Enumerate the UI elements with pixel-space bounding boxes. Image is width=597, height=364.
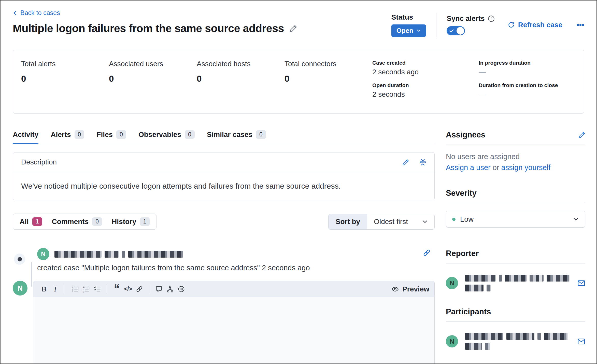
- code-button[interactable]: </>: [122, 284, 134, 295]
- filter-comments[interactable]: Comments 0: [52, 217, 102, 226]
- event-description: created case "Multiple logon failures fr…: [37, 264, 431, 272]
- section-divider: [446, 145, 585, 145]
- tab-count-badge: 0: [75, 130, 84, 139]
- tab-observables[interactable]: Observables 0: [138, 130, 195, 144]
- tab-label: Activity: [13, 131, 38, 139]
- refresh-icon: [508, 22, 515, 28]
- toggle-check-icon: [449, 28, 454, 33]
- or-text: or: [493, 163, 499, 172]
- actions-menu-button[interactable]: [577, 20, 584, 30]
- case-created-event: N created case "Multiple logon failures …: [13, 248, 435, 272]
- osquery-icon: [178, 286, 185, 292]
- severity-low-dot: [452, 218, 456, 221]
- chevron-down-icon: [416, 28, 421, 33]
- back-to-cases-link[interactable]: Back to cases: [13, 9, 60, 17]
- filter-all[interactable]: All 1: [20, 217, 42, 226]
- comment-textarea[interactable]: [33, 297, 434, 364]
- edit-title-pencil-icon[interactable]: [290, 25, 297, 32]
- svg-text:?: ?: [490, 17, 492, 21]
- refresh-case-button[interactable]: Refresh case: [508, 21, 562, 29]
- redacted-participant-name: [465, 333, 577, 350]
- toggle-knob: [457, 27, 464, 35]
- link-icon: [136, 286, 143, 292]
- header-divider: [436, 13, 436, 37]
- quote-icon: “: [114, 286, 120, 292]
- italic-icon: I: [54, 285, 56, 293]
- severity-title: Severity: [446, 189, 477, 198]
- back-link-label: Back to cases: [20, 9, 60, 17]
- stat-value: 0: [197, 74, 285, 84]
- description-panel: Description We've noticed multiple conse…: [13, 152, 435, 200]
- in-progress-duration-label: In progress duration: [479, 60, 576, 66]
- sort-order-select[interactable]: Oldest first: [367, 214, 434, 229]
- assign-yourself-link[interactable]: assign yourself: [501, 163, 550, 172]
- in-progress-duration-value: —: [479, 68, 576, 76]
- case-sidebar: Assignees No users are assigned Assign a…: [446, 130, 585, 364]
- filter-history-label: History: [112, 218, 136, 226]
- tab-files[interactable]: Files 0: [96, 130, 126, 144]
- tab-alerts[interactable]: Alerts 0: [51, 130, 84, 144]
- tab-label: Files: [96, 131, 113, 139]
- filter-history-count-badge: 1: [140, 217, 150, 226]
- code-icon: </>: [124, 286, 132, 292]
- stat-label: Total alerts: [21, 60, 109, 68]
- sync-alerts-block: Sync alerts ?: [447, 15, 494, 35]
- italic-button[interactable]: I: [50, 284, 61, 295]
- chevron-down-icon: [422, 219, 428, 225]
- email-icon[interactable]: [577, 338, 585, 345]
- add-visualization-button[interactable]: [176, 284, 187, 295]
- description-body: We've noticed multiple consecutive logon…: [13, 172, 434, 200]
- edit-assignees-pencil-icon[interactable]: [578, 132, 585, 138]
- status-dropdown-button[interactable]: Open: [391, 24, 426, 37]
- preview-toggle[interactable]: Preview: [392, 285, 429, 293]
- description-title: Description: [21, 158, 57, 166]
- severity-value: Low: [460, 215, 568, 223]
- ordered-list-button[interactable]: 123: [80, 284, 92, 295]
- tab-activity[interactable]: Activity: [13, 130, 38, 144]
- question-circle-icon[interactable]: ?: [488, 15, 495, 22]
- add-timeline-button[interactable]: [164, 284, 176, 295]
- assign-a-user-link[interactable]: Assign a user: [446, 163, 491, 172]
- case-created-value: 2 seconds ago: [372, 68, 479, 76]
- task-list-button[interactable]: [92, 284, 103, 295]
- case-header-left: Back to cases Multiple logon failures fr…: [13, 9, 297, 35]
- tab-label: Alerts: [51, 131, 71, 139]
- activity-filter-row: All 1 Comments 0 History 1 Sort: [13, 214, 435, 230]
- tab-similar-cases[interactable]: Similar cases 0: [207, 130, 266, 144]
- collapse-description-fold-icon[interactable]: [419, 159, 426, 166]
- severity-select[interactable]: Low: [446, 211, 585, 228]
- reporter-section: Reporter N: [446, 249, 585, 291]
- case-created-label: Case created: [372, 60, 479, 66]
- edit-description-pencil-icon[interactable]: [402, 159, 409, 166]
- filter-history[interactable]: History 1: [112, 217, 150, 226]
- editor-toolbar: B I 123 “ </>: [33, 281, 434, 297]
- assignees-title: Assignees: [446, 130, 485, 139]
- open-duration-value: 2 seconds: [372, 90, 479, 99]
- severity-section: Severity Low: [446, 189, 585, 228]
- comment-editor-row: N B I 123 “: [13, 281, 435, 364]
- preview-label: Preview: [402, 285, 429, 293]
- email-icon[interactable]: [577, 279, 585, 287]
- unordered-list-icon: [72, 286, 78, 292]
- sort-control: Sort by Oldest first: [328, 214, 435, 230]
- sync-alerts-toggle[interactable]: [447, 26, 465, 35]
- section-divider: [446, 321, 585, 322]
- stat-total-alerts: Total alerts 0: [21, 60, 109, 105]
- unordered-list-button[interactable]: [69, 284, 80, 295]
- add-comment-button[interactable]: [153, 284, 164, 295]
- filter-all-count-badge: 1: [32, 217, 42, 226]
- stat-associated-users: Associated users 0: [109, 60, 197, 105]
- copy-link-icon[interactable]: [423, 249, 431, 257]
- toolbar-separator: [107, 284, 107, 294]
- reporter-user-row: N: [446, 275, 585, 291]
- chevron-down-icon: [573, 216, 579, 222]
- org-chart-icon: [167, 286, 174, 292]
- bold-button[interactable]: B: [38, 284, 50, 295]
- main-column: Activity Alerts 0 Files 0 Observables 0: [13, 130, 435, 364]
- activity-thread: N created case "Multiple logon failures …: [13, 248, 435, 364]
- status-value: Open: [396, 27, 413, 35]
- reporter-avatar: N: [446, 277, 458, 289]
- quote-button[interactable]: “: [111, 284, 122, 295]
- stat-total-connectors: Total connectors 0: [285, 60, 372, 105]
- insert-link-button[interactable]: [134, 284, 145, 295]
